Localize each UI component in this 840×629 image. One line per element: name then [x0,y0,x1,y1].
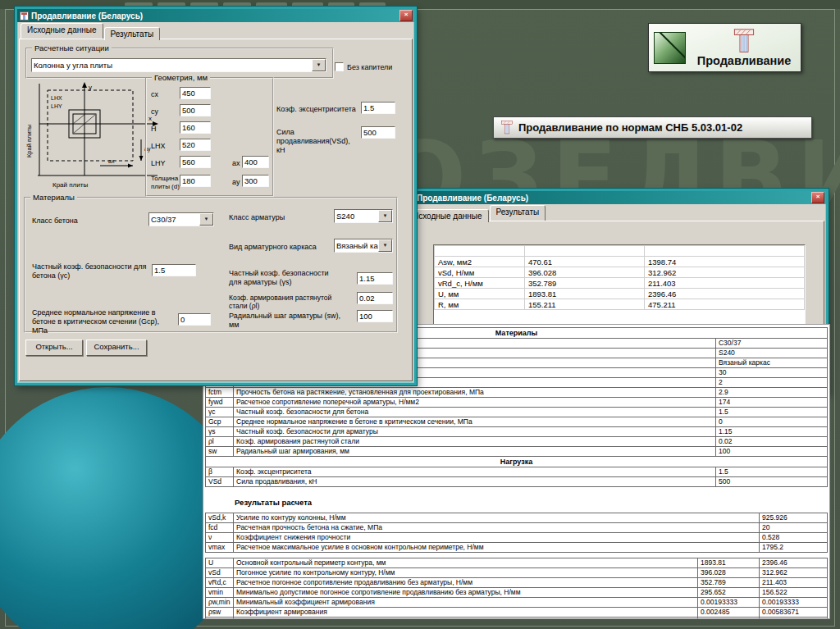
table-cell: 156.522 [760,588,828,598]
table-cell: 1.15 [715,427,827,437]
table-cell: 0.00583671 [760,608,828,618]
table-row: fctmПрочность бетона на растяжение, уста… [206,388,828,398]
table-row: vminМинимально допустимое погонное сопро… [206,588,828,598]
table-cell [645,246,805,257]
table-cell: ν [206,533,234,543]
save-button[interactable]: Сохранить... [86,340,147,356]
table-cell: 0 [715,417,827,427]
app-icon [20,11,29,21]
tab-results[interactable]: Результаты [490,205,546,221]
table-row: βКоэф. эксцентриситета1.5 [206,467,828,477]
svg-text:Край плиты: Край плиты [25,125,33,157]
h-label: H [151,125,179,134]
ay-input[interactable] [242,175,269,187]
cx-input[interactable] [180,87,211,99]
h-input[interactable] [180,121,211,134]
table-row: vSdПогонное усилие по контрольному конту… [206,568,828,578]
ax-input[interactable] [242,156,269,168]
main-window: Продавливание (Беларусь) × Исходные данн… [15,7,417,385]
table-cell: vSd,k [206,513,234,523]
rebar-class-label: Класс арматуры [229,213,327,222]
concrete-class-combobox[interactable]: C30/37 ▼ [148,212,214,226]
gamma-s-input[interactable] [357,272,393,285]
table-cell: 925.926 [760,513,828,523]
dropdown-arrow-icon[interactable]: ▼ [378,239,392,252]
sw-step-input[interactable] [357,310,393,322]
materials-group-label: Материалы [30,193,77,202]
table-cell: 475.211 [645,299,805,310]
dropdown-arrow-icon[interactable]: ▼ [312,59,326,71]
tab-strip: Исходные данные Результаты [17,22,414,39]
dropdown-arrow-icon[interactable]: ▼ [378,210,392,222]
table-cell: Сила продавливания, кН [234,477,716,487]
table-cell: Усилие по контуру колонны, Н/мм [234,513,760,523]
table-row: R, мм155.211475.211 [435,299,805,310]
tab-results[interactable]: Результаты [104,27,161,40]
rebar-class-combobox[interactable]: S240 ▼ [334,209,393,223]
table-cell: 1.5 [715,467,827,477]
situation-combobox[interactable]: Колонна у угла плиты ▼ [31,58,326,72]
table-cell: Погонное усилие по контрольному контуру,… [234,568,698,578]
table-cell: 2396.46 [760,558,828,568]
sigma-cp-input[interactable] [178,313,211,326]
table-cell: 396.028 [698,568,760,578]
table-cell: γc [206,408,234,417]
cy-input[interactable] [180,104,211,116]
column-icon [501,120,513,135]
logo-title: Продавливание [697,54,792,67]
table-row: UОсновной контрольный периметр контура, … [206,558,828,568]
rho-label: Коэф. армирования растянутой стали (ρl) [229,294,352,310]
cage-type-combobox[interactable]: Вязаный каркас ▼ [334,239,393,253]
geometry-group: Геометрия, мм cx cy H LHX LHY Толщина пл… [145,77,274,197]
svg-text:LHY: LHY [51,103,62,109]
tab-input-data[interactable]: Исходные данные [406,209,489,222]
thickness-input[interactable] [180,175,211,187]
table-row: Asw1Минимальная расчетная площадь армату… [206,618,828,620]
ay-label: ay [232,178,240,187]
tab-input-data[interactable]: Исходные данные [21,23,103,39]
dropdown-arrow-icon[interactable]: ▼ [199,213,213,226]
table-row: ρlКоэф. армирования растянутой стали0.02 [206,437,828,447]
table-cell: U, мм [435,289,525,299]
table-cell: Минимально допустимое погонное сопротивл… [234,588,698,598]
table-cell: Asw, мм2 [435,257,525,267]
table-cell: Gcp [206,417,234,427]
table-cell: 312.962 [645,267,805,278]
no-capital-checkbox[interactable] [335,62,344,71]
gamma-c-input[interactable] [152,264,196,276]
table-cell: 1893.81 [698,558,760,568]
rho-input[interactable] [357,292,393,304]
lhx-input[interactable] [180,139,211,151]
title-bar[interactable]: Продавливание (Беларусь) × [403,191,826,204]
report-results-title: Результаты расчета [235,498,828,507]
punching-force-input[interactable] [361,126,395,139]
close-icon[interactable]: × [811,192,824,203]
table-cell: ρl [206,437,234,447]
table-cell: 500 [715,477,827,487]
situations-group-label: Расчетные ситуации [32,43,112,52]
table-cell: 0 [760,618,828,620]
lhy-input[interactable] [180,156,211,168]
close-icon[interactable]: × [399,10,413,21]
title-bar[interactable]: Продавливание (Беларусь) × [17,9,414,22]
window-title: Продавливание (Беларусь) [31,11,397,21]
table-cell: VSd [206,477,234,487]
table-cell: Основной контрольный периметр контура, м… [234,558,698,568]
table-cell: Коэффициент армирования [234,608,698,618]
open-button[interactable]: Открыть... [25,340,83,356]
lhx-label: LHX [151,142,179,151]
table-cell: R, мм [435,299,525,310]
cage-type-value: Вязаный каркас [335,239,378,252]
table-cell: Частный коэф. безопасности для бетона [234,408,716,417]
table-row: vmaxРасчетное максимальное усилие в осно… [206,543,828,553]
table-cell: Расчетное максимальное усилие в основном… [234,543,760,553]
table-cell: 352.789 [525,278,645,289]
table-cell: 396.028 [525,267,645,278]
table-row: γcЧастный коэф. безопасности для бетона1… [206,408,828,417]
eccentricity-input[interactable] [361,102,395,114]
punching-force-label: Сила продавливания(VSd), кН [276,128,360,154]
table-cell: 0 [698,618,760,620]
table-row: νКоэффициент снижения прочности0.528 [206,533,828,543]
table-cell: ρw,min [206,598,234,608]
table-cell: Прочность бетона на растяжение, установл… [234,388,716,398]
